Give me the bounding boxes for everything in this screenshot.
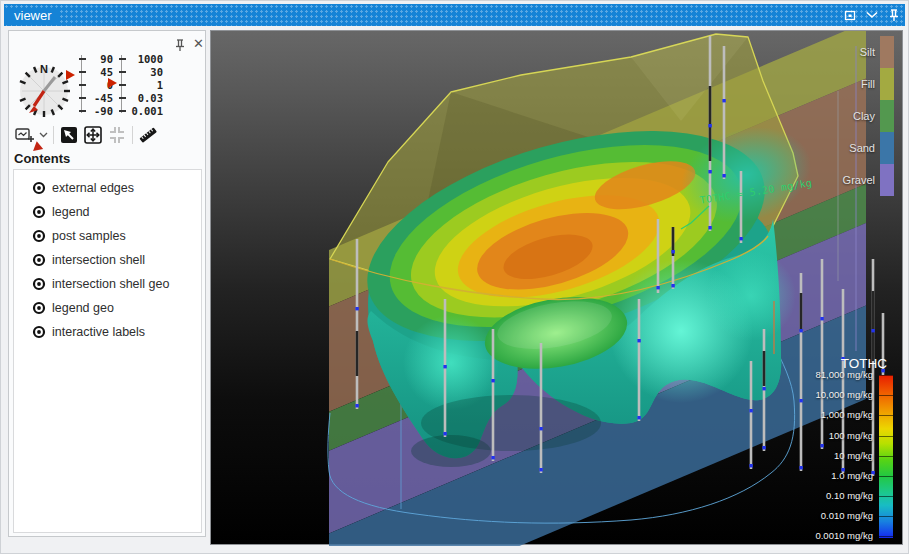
visibility-eye-icon[interactable] bbox=[32, 277, 46, 291]
scale-row: 1 bbox=[119, 79, 163, 91]
scale-row: -90 bbox=[79, 105, 113, 117]
viewer-toolbar bbox=[13, 123, 160, 147]
expand-icon[interactable] bbox=[81, 124, 105, 146]
geology-legend: Silt Fill Clay Sand Gravel bbox=[799, 36, 894, 196]
contents-header: Contents bbox=[14, 151, 70, 166]
scale-row: 45 bbox=[79, 66, 113, 78]
visibility-eye-icon[interactable] bbox=[32, 301, 46, 315]
geo-legend-swatch bbox=[880, 132, 894, 164]
value-legend-entry: 100 mg/kg bbox=[789, 430, 873, 441]
pin-icon[interactable] bbox=[883, 6, 905, 24]
elevation-pointer[interactable] bbox=[66, 70, 75, 80]
value-legend-entry: 0.10 mg/kg bbox=[789, 490, 873, 501]
geo-legend-label: Silt bbox=[860, 46, 875, 58]
compass-dial[interactable]: N bbox=[15, 61, 73, 125]
geo-legend-label: Gravel bbox=[843, 174, 875, 186]
value-legend-entry: 81,000 mg/kg bbox=[789, 369, 873, 380]
geo-legend-row: Sand bbox=[799, 132, 894, 164]
contents-item-intersection-shell-geo[interactable]: intersection shell geo bbox=[14, 272, 201, 296]
visibility-eye-icon[interactable] bbox=[32, 325, 46, 339]
scale-row: 90 bbox=[79, 53, 113, 65]
value-legend-entry: 0.010 mg/kg bbox=[789, 510, 873, 521]
contents-item-intersection-shell[interactable]: intersection shell bbox=[14, 248, 201, 272]
value-legend-entry: 10,000 mg/kg bbox=[789, 389, 873, 400]
close-icon[interactable]: ✕ bbox=[193, 36, 204, 51]
chevron-down-icon[interactable] bbox=[861, 6, 883, 24]
contents-item-label: intersection shell geo bbox=[52, 277, 169, 291]
scale-row: -45 bbox=[79, 92, 113, 104]
shell-shadow bbox=[411, 435, 491, 467]
geo-legend-label: Fill bbox=[861, 78, 875, 90]
scale-row: 0.03 bbox=[119, 92, 163, 104]
contents-list: external edges legend post samples inter… bbox=[13, 169, 202, 533]
geo-legend-swatch bbox=[880, 100, 894, 132]
contents-item-label: post samples bbox=[52, 229, 126, 243]
scale-row: 0.001 bbox=[119, 105, 163, 117]
window-title: viewer bbox=[4, 8, 60, 23]
geo-legend-swatch bbox=[880, 68, 894, 100]
visibility-eye-icon[interactable] bbox=[32, 205, 46, 219]
contents-item-external-edges[interactable]: external edges bbox=[14, 176, 201, 200]
viewer-titlebar[interactable]: viewer bbox=[4, 4, 905, 26]
contents-item-legend-geo[interactable]: legend geo bbox=[14, 296, 201, 320]
value-legend-entry: 10 mg/kg bbox=[789, 450, 873, 461]
value-legend-colorbar bbox=[879, 375, 893, 538]
fit-view-icon[interactable] bbox=[57, 124, 81, 146]
contents-item-post-samples[interactable]: post samples bbox=[14, 224, 201, 248]
restore-icon[interactable] bbox=[839, 6, 861, 24]
scale-row: 30 bbox=[119, 66, 163, 78]
geo-legend-label: Clay bbox=[853, 110, 875, 122]
scale-row: 1000 bbox=[119, 53, 163, 65]
geo-legend-swatch bbox=[880, 36, 894, 68]
magnification-pointer[interactable] bbox=[108, 78, 117, 88]
contents-item-interactive-labels[interactable]: interactive labels bbox=[14, 320, 201, 344]
geo-legend-row: Silt bbox=[799, 36, 894, 68]
contents-item-label: interactive labels bbox=[52, 325, 145, 339]
collapse-icon bbox=[105, 124, 129, 146]
visibility-eye-icon[interactable] bbox=[32, 253, 46, 267]
geo-legend-label: Sand bbox=[849, 142, 875, 154]
value-legend-entry: 0.0010 mg/kg bbox=[789, 530, 873, 541]
geo-legend-row: Clay bbox=[799, 100, 894, 132]
value-legend: TOTHC 81,000 mg/kg 10,000 mg/kg 1,000 mg… bbox=[789, 356, 895, 542]
value-legend-entry: 1,000 mg/kg bbox=[789, 409, 873, 420]
visibility-eye-icon[interactable] bbox=[32, 229, 46, 243]
geo-legend-row: Fill bbox=[799, 68, 894, 100]
add-viewport-icon[interactable] bbox=[13, 124, 37, 146]
geo-legend-swatch bbox=[880, 164, 894, 196]
compass-north-label: N bbox=[40, 63, 48, 75]
viewport-3d[interactable]: Silt Fill Clay Sand Gravel TOTHC bbox=[210, 30, 903, 545]
value-legend-entry: 1.0 mg/kg bbox=[789, 470, 873, 481]
viewer-side-panel: ✕ N bbox=[8, 30, 206, 537]
add-viewport-dropdown-icon[interactable] bbox=[37, 124, 50, 146]
panel-pin-icon[interactable] bbox=[174, 38, 186, 56]
contents-item-label: legend bbox=[52, 205, 90, 219]
contents-item-label: external edges bbox=[52, 181, 134, 195]
contents-item-label: legend geo bbox=[52, 301, 114, 315]
visibility-eye-icon[interactable] bbox=[32, 181, 46, 195]
geo-legend-row: Gravel bbox=[799, 164, 894, 196]
contents-item-label: intersection shell bbox=[52, 253, 145, 267]
measure-icon[interactable] bbox=[136, 124, 160, 146]
contents-item-legend[interactable]: legend bbox=[14, 200, 201, 224]
